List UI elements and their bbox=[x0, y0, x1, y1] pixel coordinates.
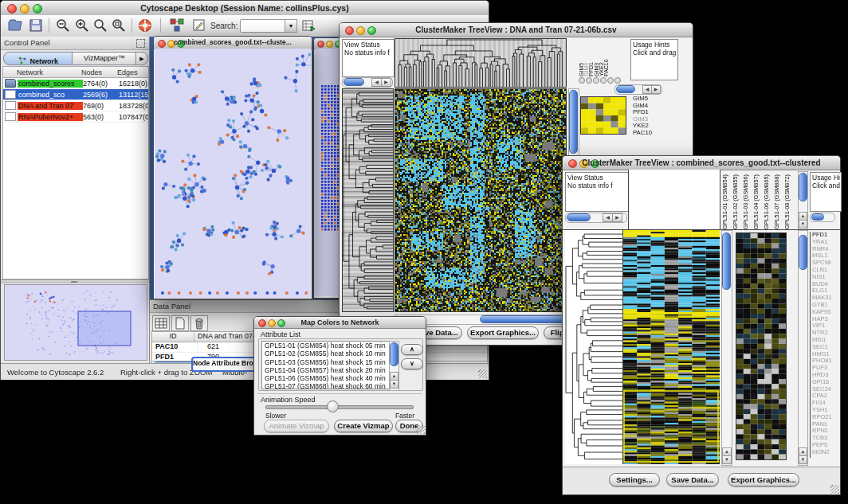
zoom-in-icon[interactable] bbox=[74, 18, 90, 33]
gene-dendrogram-canvas[interactable] bbox=[565, 230, 623, 464]
slower-label: Slower bbox=[265, 412, 286, 420]
treeview2-titlebar[interactable]: ClusterMaker TreeView : combined_scores_… bbox=[563, 156, 840, 170]
heatmap-canvas[interactable] bbox=[395, 88, 567, 312]
search-dropdown-button[interactable]: ▼ bbox=[285, 19, 297, 33]
scroll-down-arrow[interactable]: ▼ bbox=[799, 220, 807, 229]
scroll-down-arrow[interactable]: ▼ bbox=[722, 455, 732, 464]
zoom-tool-icon[interactable] bbox=[586, 77, 592, 84]
view-status-line: No status info f bbox=[567, 182, 626, 189]
export-graphics-button[interactable]: Export Graphics... bbox=[728, 473, 799, 486]
data-col-id[interactable]: ID bbox=[152, 332, 194, 342]
vizmap-icon[interactable] bbox=[169, 18, 185, 33]
tab-vizmapper-label: VizMapper™ bbox=[84, 54, 125, 62]
scroll-down-arrow[interactable]: ▼ bbox=[799, 455, 807, 464]
network-table-row[interactable]: RNAPuberNov2+ 563(0) 107847(0) bbox=[3, 111, 148, 123]
heatmap-vscrollbar[interactable]: ▲ ▼ bbox=[721, 230, 732, 466]
birdseye-view-canvas[interactable] bbox=[4, 284, 147, 361]
zoom-tool-icon[interactable] bbox=[607, 77, 614, 84]
treeview2-resize-grip[interactable] bbox=[830, 485, 839, 494]
scroll-down-arrow[interactable]: ▼ bbox=[390, 380, 398, 389]
search-input[interactable] bbox=[240, 19, 286, 33]
network-name: combined_scores bbox=[18, 80, 83, 88]
zoom-tool-icon[interactable] bbox=[614, 77, 621, 84]
delete-attribute-icon[interactable] bbox=[190, 315, 208, 331]
settings-button[interactable]: Settings... bbox=[609, 473, 660, 486]
attribute-item[interactable]: GPL51-04 (GSM857) heat shock 20 min bbox=[265, 366, 391, 374]
import-table-icon[interactable] bbox=[300, 18, 316, 33]
network1-titlebar[interactable]: combined_scores_good.txt--cluste... bbox=[154, 37, 312, 49]
gene-list-scrollbar[interactable]: ▲ ▼ bbox=[798, 230, 808, 466]
save-icon[interactable] bbox=[28, 18, 44, 33]
heatmap-canvas[interactable] bbox=[623, 230, 720, 464]
zoom-tool-icon[interactable] bbox=[593, 77, 599, 84]
treeview1-titlebar[interactable]: ClusterMaker TreeView : DNA and Tran 07-… bbox=[340, 23, 693, 37]
column-scrollbar[interactable]: ▲ ▼ bbox=[798, 171, 808, 230]
network-nodes: 563(0) bbox=[83, 113, 119, 121]
network-table-row[interactable]: combined_sco 2569(6) 13112(15) bbox=[3, 89, 148, 100]
attribute-list-scrollbar[interactable]: ▲ ▼ bbox=[389, 341, 399, 391]
hints-scrollbar[interactable] bbox=[810, 213, 835, 222]
float-panel-icon[interactable] bbox=[136, 39, 145, 48]
gene-label[interactable]: MON2 bbox=[812, 449, 841, 456]
move-down-button[interactable]: ∨ bbox=[401, 358, 423, 369]
network-table-header[interactable]: Network Nodes Edges bbox=[3, 67, 148, 78]
network-view-canvas[interactable] bbox=[155, 49, 311, 298]
selected-gene-labels: GIM5GIM4PFD1GIM3YKE2PAC10 bbox=[633, 96, 665, 139]
scroll-right-arrow[interactable]: ▶ bbox=[651, 85, 661, 94]
status-scrollbar[interactable]: ◀ ▶ bbox=[565, 213, 627, 223]
attribute-item[interactable]: GPL51-01 (GSM854) heat shock 05 min bbox=[265, 342, 391, 350]
close-button[interactable] bbox=[317, 41, 324, 48]
attribute-item[interactable]: GPL51-07 (GSM868) heat shock 60 min bbox=[265, 382, 391, 389]
attribute-item[interactable]: GPL51-03 (GSM856) heat shock 15 min bbox=[265, 358, 391, 366]
speed-slider-track[interactable] bbox=[265, 405, 414, 409]
main-titlebar[interactable]: Cytoscape Desktop (Session Name: collins… bbox=[1, 1, 489, 16]
open-file-icon[interactable] bbox=[7, 18, 23, 33]
panel-divider[interactable] bbox=[1, 279, 149, 283]
dialog-resize-grip[interactable] bbox=[416, 425, 425, 434]
network-table-row[interactable]: combined_scores 2764(0) 16218(0) bbox=[3, 78, 148, 89]
zoom-tool-icon[interactable] bbox=[600, 77, 607, 84]
network-table-row[interactable]: DNA and Tran 07 769(0) 183728(0) bbox=[3, 100, 148, 111]
view-status-box: View Status No status info f bbox=[565, 172, 629, 212]
array-label: GPL51-08 (GSM872) bbox=[783, 170, 794, 229]
treeview1-title: ClusterMaker TreeView : DNA and Tran 07-… bbox=[340, 25, 693, 34]
attribute-item[interactable]: GPL51-02 (GSM855) heat shock 10 min bbox=[265, 350, 391, 357]
speed-slider-thumb[interactable] bbox=[327, 400, 339, 412]
zoom-heatmap-canvas[interactable] bbox=[580, 96, 626, 135]
animate-vizmap-button[interactable]: Animate Vizmap bbox=[264, 420, 329, 432]
attribute-item[interactable]: GPL51-06 (GSM865) heat shock 40 min bbox=[265, 374, 391, 382]
scroll-right-arrow[interactable]: ▶ bbox=[612, 213, 622, 222]
zoom-out-icon[interactable] bbox=[55, 18, 71, 33]
tab-network[interactable]: Network bbox=[3, 52, 73, 65]
save-data-button[interactable]: Save Data... bbox=[666, 473, 719, 486]
help-lifesaver-icon[interactable] bbox=[137, 18, 153, 33]
attribute-select-icon[interactable] bbox=[152, 315, 170, 331]
zoom-panel-scrollbar[interactable]: ◀ ▶ bbox=[614, 84, 662, 95]
create-vizmap-button[interactable]: Create Vizmap bbox=[334, 420, 393, 432]
zoom-selected-icon[interactable] bbox=[111, 18, 127, 33]
treeview2-bottom-bar: Settings... Save Data... Export Graphics… bbox=[563, 467, 840, 494]
status-scrollbar[interactable]: ◀ ▶ bbox=[342, 77, 393, 88]
minimize-button[interactable] bbox=[326, 41, 333, 48]
main-resize-grip[interactable] bbox=[478, 369, 487, 378]
tab-overflow-button[interactable]: ▶ bbox=[135, 52, 148, 65]
zoom-tool-icon[interactable] bbox=[579, 77, 585, 84]
column-dendrogram-canvas[interactable] bbox=[395, 38, 567, 88]
zoom-heatmap-canvas[interactable] bbox=[736, 232, 787, 460]
gene-label[interactable]: PAC10 bbox=[633, 130, 665, 137]
zoom-fit-icon[interactable] bbox=[92, 18, 108, 33]
search-label: Search: bbox=[210, 21, 238, 30]
control-panel: Control Panel Network VizMapper™ ▶ bbox=[1, 37, 150, 363]
attribute-listbox[interactable]: GPL51-01 (GSM854) heat shock 05 minGPL51… bbox=[261, 341, 391, 389]
move-up-button[interactable]: ∧ bbox=[401, 344, 423, 355]
scroll-right-arrow[interactable]: ▶ bbox=[381, 78, 391, 87]
new-attribute-icon[interactable] bbox=[171, 315, 189, 331]
export-graphics-button[interactable]: Export Graphics... bbox=[467, 326, 539, 339]
annotation-icon[interactable] bbox=[191, 18, 207, 33]
node-attribute-browser-tab[interactable]: Node Attribute Brows bbox=[191, 357, 263, 372]
array-label: GPL51-04 (GSM857) bbox=[752, 170, 763, 229]
array-label: GPL51-06 (GSM865) bbox=[763, 170, 773, 229]
dialog-titlebar[interactable]: Map Colors to Network bbox=[254, 317, 426, 329]
gene-dendrogram-canvas[interactable] bbox=[342, 88, 394, 312]
tab-vizmapper[interactable]: VizMapper™ bbox=[72, 52, 137, 65]
